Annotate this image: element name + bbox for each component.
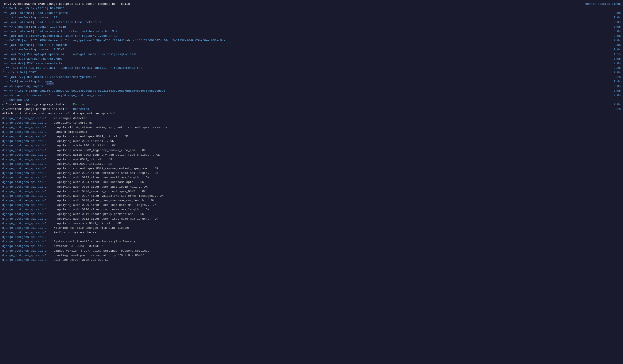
log-migration-5: django_postgres_api-api-1 | Applying adm…	[0, 153, 623, 157]
step-dockerignore: => [api internal] load .dockerignore 0.0…	[0, 11, 623, 15]
log-migration-12: django_postgres_api-api-1 | Applying aut…	[0, 185, 623, 189]
log-migration-6: django_postgres_api-api-1 | Applying api…	[0, 157, 623, 162]
substep-2: => => transferring dockerfile: 671B 0.0s	[0, 25, 623, 29]
step-copy-req: => [api 4/7] COPY requirements.txt . 0.0…	[0, 61, 623, 66]
prompt-text: (env) wynnteo@Wynns-iMac django_postgres…	[2, 2, 581, 6]
step-cached: => CACHED [api 1/7] FROM docker.io/libra…	[0, 38, 623, 43]
container-db-status: ✔ Container django_postgres_api-db-1 Run…	[0, 102, 623, 107]
substep-context: => => transferring context: 2.52kB 0.0s	[0, 47, 623, 52]
container-api-status: ✔ Container django_postgres_api-api-1 Re…	[0, 107, 623, 111]
step-dockerfile: => [api internal] load build definition …	[0, 20, 623, 25]
log-migration-17: django_postgres_api-api-1 | Applying aut…	[0, 207, 623, 212]
log-apply-all: django_postgres_api-api-1 | Apply all mi…	[0, 125, 623, 130]
step-chmod: => [api 7/7] RUN chmod +x /usr/src/app/e…	[0, 75, 623, 79]
log-migration-14: django_postgres_api-api-1 | Applying aut…	[0, 194, 623, 198]
substep-export-layers: => => exporting layers 0.0s	[0, 84, 623, 89]
prompt-line: (env) wynnteo@Wynns-iMac django_postgres…	[0, 2, 623, 6]
build-header-text: [+] Building 15.8s (13/13) FINISHED	[2, 6, 621, 11]
log-system-checks: django_postgres_api-api-1 | Performing s…	[0, 230, 623, 235]
log-migration-3: django_postgres_api-api-1 | Applying adm…	[0, 143, 623, 148]
build-header: [+] Building 15.8s (13/13) FINISHED	[0, 6, 623, 11]
log-datetime: django_postgres_api-api-1 | November 23,…	[0, 244, 623, 249]
log-no-issues: django_postgres_api-api-1 | System check…	[0, 239, 623, 244]
log-migration-18: django_postgres_api-api-1 | Applying aut…	[0, 212, 623, 216]
log-django-version: django_postgres_api-api-1 | Django versi…	[0, 249, 623, 253]
step-metadata: => [api internal] load metadata for dock…	[0, 29, 623, 34]
terminal-window: (env) wynnteo@Wynns-iMac django_postgres…	[0, 0, 623, 364]
step-auth: => [api auth] library/python:pull token …	[0, 34, 623, 38]
copy-button[interactable]: COPY	[45, 82, 54, 85]
step-export: => [api] exporting to image 0.4s	[0, 79, 623, 84]
running-header: [+] Running 2/2	[0, 98, 623, 102]
log-migration-15: django_postgres_api-api-1 | Applying aut…	[0, 198, 623, 203]
log-migration-8: django_postgres_api-api-1 | Applying con…	[0, 166, 623, 171]
log-migration-4: django_postgres_api-api-1 | Applying adm…	[0, 148, 623, 153]
step-copy-dot: [ => [api 6/7] COPY . . 0.0s	[0, 70, 623, 75]
step-apt: => [api 2/7] RUN apt-get update && apt-g…	[0, 52, 623, 57]
substep-naming: => => naming to docker.io/library/django…	[0, 93, 623, 98]
log-dev-server: django_postgres_api-api-1 | Starting dev…	[0, 253, 623, 258]
log-migration-7: django_postgres_api-api-1 | Applying api…	[0, 162, 623, 166]
log-migration-19: django_postgres_api-api-1 | Applying aut…	[0, 217, 623, 221]
log-quit: django_postgres_api-api-1 | Quit the ser…	[0, 258, 623, 262]
step-workdir: => [api 3/7] WORKDIR /usr/src/app 0.0s	[0, 57, 623, 61]
log-operations: django_postgres_api-api-1 | Operations t…	[0, 121, 623, 125]
log-no-changes: django_postgres_api-api-1 | No changes d…	[0, 116, 623, 121]
log-migration-13: django_postgres_api-api-1 | Applying aut…	[0, 189, 623, 194]
log-migration-20: django_postgres_api-api-1 | Applying ses…	[0, 221, 623, 226]
step-pip: [ => [api 5/7] RUN pip install --upgrade…	[0, 66, 623, 70]
step-build-context: => [api internal] load build context 0.0…	[0, 43, 623, 47]
log-migration-11: django_postgres_api-api-1 | Applying aut…	[0, 180, 623, 185]
log-migration-2: django_postgres_api-api-1 | Applying aut…	[0, 139, 623, 143]
log-running-migrations: django_postgres_api-api-1 | Running migr…	[0, 130, 623, 134]
substep-write-image: => => writing image sha256:72dbd9b7274c0…	[0, 89, 623, 93]
docker-context: docker:desktop-linux	[581, 2, 621, 6]
log-migration-1: django_postgres_api-api-1 | Applying con…	[0, 134, 623, 139]
log-migration-9: django_postgres_api-api-1 | Applying aut…	[0, 171, 623, 175]
attaching-line: Attaching to django_postgres_api-api-1, …	[0, 111, 623, 116]
log-migration-16: django_postgres_api-api-1 | Applying aut…	[0, 203, 623, 207]
log-blank: django_postgres_api-api-1 |	[0, 235, 623, 239]
substep-1: => => transferring context: 2B 0.0s	[0, 15, 623, 20]
log-watchdog: django_postgres_api-api-1 | Watching for…	[0, 226, 623, 230]
log-migration-10: django_postgres_api-api-1 | Applying aut…	[0, 175, 623, 180]
